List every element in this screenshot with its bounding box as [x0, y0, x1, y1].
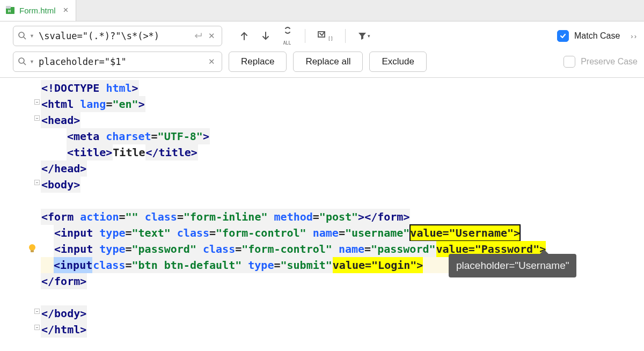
close-tab-icon[interactable]: × — [63, 5, 69, 16]
clear-find-icon[interactable]: ✕ — [206, 31, 217, 41]
code-line[interactable]: <meta charset="UTF-8"> — [41, 128, 546, 144]
search-dropdown-icon[interactable]: ▼ — [30, 33, 34, 39]
replace-all-button-label: Replace all — [305, 56, 350, 67]
match-case-label: Match Case — [574, 31, 620, 41]
search-icon — [18, 57, 27, 67]
gutter — [0, 78, 41, 348]
svg-rect-1 — [6, 6, 11, 9]
exclude-button-label: Exclude — [382, 56, 414, 67]
svg-point-3 — [19, 32, 24, 38]
tooltip-pointer — [540, 250, 548, 254]
fold-marker[interactable] — [34, 99, 40, 105]
replace-dropdown-icon[interactable]: ▼ — [30, 59, 34, 64]
preserve-case-checkbox[interactable] — [564, 56, 575, 68]
newline-icon[interactable] — [193, 32, 203, 40]
replace-input[interactable] — [38, 56, 203, 68]
svg-text:H: H — [8, 9, 11, 13]
code-line[interactable]: </html> — [41, 321, 546, 338]
code-line[interactable]: </head> — [41, 160, 546, 177]
intention-bulb-icon[interactable] — [27, 243, 38, 254]
search-icon — [18, 31, 27, 41]
find-toolbar: ALL [] ▾ — [239, 27, 370, 46]
find-replace-panel: ▼ ✕ ALL — [0, 21, 644, 78]
code-line[interactable]: </body> — [41, 305, 546, 321]
fold-marker[interactable] — [34, 115, 40, 121]
find-input[interactable] — [38, 30, 190, 42]
find-input-box[interactable]: ▼ ✕ — [13, 26, 222, 46]
next-match-icon[interactable] — [261, 31, 270, 41]
more-options-icon[interactable]: ›› — [631, 32, 638, 40]
file-tab[interactable]: H Form.html × — [0, 0, 76, 21]
clear-replace-icon[interactable]: ✕ — [206, 57, 217, 67]
code-line[interactable] — [41, 289, 546, 305]
replace-preview-tooltip: placeholder="Username" — [449, 254, 576, 277]
fold-marker[interactable] — [34, 180, 40, 185]
file-tab-label: Form.html — [19, 6, 56, 15]
code-line[interactable]: <!DOCTYPE html> — [41, 80, 546, 96]
replace-button-label: Replace — [241, 56, 274, 67]
svg-point-8 — [29, 244, 35, 251]
fold-marker[interactable] — [34, 325, 40, 330]
code-area[interactable]: <!DOCTYPE html> <html lang="en"> <head> … — [41, 78, 546, 348]
tab-bar: H Form.html × — [0, 0, 644, 21]
svg-line-7 — [24, 63, 26, 65]
svg-point-6 — [19, 58, 24, 63]
svg-rect-9 — [31, 250, 34, 252]
preserve-case-label: Preserve Case — [581, 57, 638, 67]
replace-input-box[interactable]: ▼ ✕ — [13, 52, 222, 72]
code-line[interactable]: <form action="" class="form-inline" meth… — [41, 209, 546, 225]
code-line[interactable]: <html lang="en"> — [41, 96, 546, 112]
toolbar-divider — [305, 29, 305, 43]
filter-icon[interactable]: ▾ — [357, 31, 370, 41]
svg-line-4 — [24, 37, 26, 39]
editor: <!DOCTYPE html> <html lang="en"> <head> … — [0, 78, 644, 348]
select-occurrences-icon[interactable]: [] — [317, 31, 333, 41]
exclude-button[interactable]: Exclude — [369, 52, 426, 72]
toolbar-divider — [345, 29, 346, 43]
code-line[interactable]: <head> — [41, 112, 546, 128]
code-line[interactable]: <title>Title</title> — [41, 144, 546, 160]
select-all-icon[interactable]: ALL — [282, 27, 293, 46]
search-match-current: value="Username"> — [410, 225, 520, 241]
code-line[interactable] — [41, 193, 546, 209]
replace-all-button[interactable]: Replace all — [293, 52, 363, 72]
html-file-icon: H — [5, 5, 15, 15]
tooltip-text: placeholder="Username" — [456, 260, 569, 271]
fold-marker[interactable] — [34, 309, 40, 314]
code-line[interactable]: <body> — [41, 177, 546, 193]
search-match: value="Login"> — [333, 257, 423, 273]
match-case-checkbox[interactable] — [557, 30, 569, 42]
prev-match-icon[interactable] — [239, 31, 249, 41]
replace-button[interactable]: Replace — [229, 52, 287, 72]
code-line[interactable]: <input type="text" class="form-control" … — [41, 225, 546, 241]
